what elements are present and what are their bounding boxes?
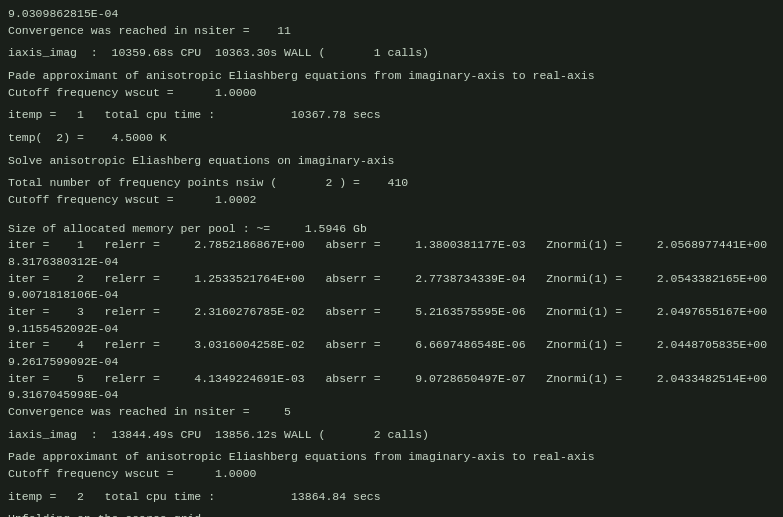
terminal-line: iter = 3 relerr = 2.3160276785E-02 abser… — [8, 304, 775, 321]
terminal-line: itemp = 2 total cpu time : 13864.84 secs — [8, 489, 775, 506]
terminal-line: 9.1155452092E-04 — [8, 321, 775, 338]
terminal-line: 9.2617599092E-04 — [8, 354, 775, 371]
terminal-line: temp( 2) = 4.5000 K — [8, 130, 775, 147]
terminal-line: 9.0071818106E-04 — [8, 287, 775, 304]
terminal-line: 8.3176380312E-04 — [8, 254, 775, 271]
terminal-line: Solve anisotropic Eliashberg equations o… — [8, 153, 775, 170]
terminal-line: Cutoff frequency wscut = 1.0002 — [8, 192, 775, 209]
terminal-line: iaxis_imag : 10359.68s CPU 10363.30s WAL… — [8, 45, 775, 62]
terminal-line: Total number of frequency points nsiw ( … — [8, 175, 775, 192]
terminal-output: 9.0309862815E-04Convergence was reached … — [0, 0, 783, 517]
terminal-line: iter = 1 relerr = 2.7852186867E+00 abser… — [8, 237, 775, 254]
terminal-line: iaxis_imag : 13844.49s CPU 13856.12s WAL… — [8, 427, 775, 444]
terminal-line: Pade approximant of anisotropic Eliashbe… — [8, 68, 775, 85]
terminal-line: Convergence was reached in nsiter = 5 — [8, 404, 775, 421]
terminal-line: iter = 4 relerr = 3.0316004258E-02 abser… — [8, 337, 775, 354]
terminal-line: Convergence was reached in nsiter = 11 — [8, 23, 775, 40]
terminal-line: iter = 2 relerr = 1.2533521764E+00 abser… — [8, 271, 775, 288]
terminal-line: Unfolding on the coarse grid — [8, 511, 775, 517]
terminal-line: 9.3167045998E-04 — [8, 387, 775, 404]
terminal-line: Cutoff frequency wscut = 1.0000 — [8, 85, 775, 102]
terminal-line: iter = 5 relerr = 4.1349224691E-03 abser… — [8, 371, 775, 388]
terminal-line: itemp = 1 total cpu time : 10367.78 secs — [8, 107, 775, 124]
terminal-line: Pade approximant of anisotropic Eliashbe… — [8, 449, 775, 466]
terminal-line: Size of allocated memory per pool : ~= 1… — [8, 221, 775, 238]
terminal-line: 9.0309862815E-04 — [8, 6, 775, 23]
terminal-line: Cutoff frequency wscut = 1.0000 — [8, 466, 775, 483]
